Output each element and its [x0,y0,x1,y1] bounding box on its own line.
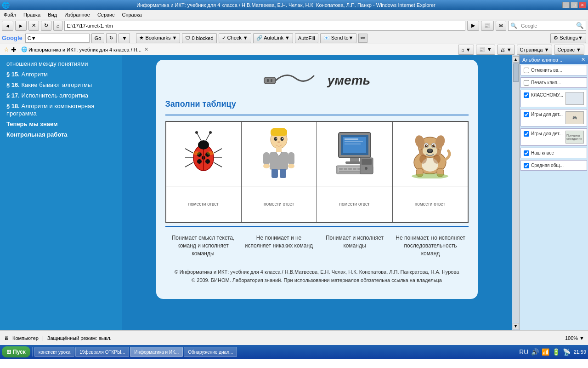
add-favorites-icon[interactable]: ☆ [4,46,9,53]
menu-view[interactable]: Вид [46,12,59,17]
battery-icon[interactable]: 🔋 [552,348,560,356]
header-word: уметь [328,73,370,88]
google-options-button[interactable]: ▼ [119,33,130,43]
mail-button[interactable]: ✉ [496,21,506,31]
svg-point-30 [277,141,280,143]
table-answer-cell-4[interactable]: помести ответ [392,186,468,223]
clip-item-class2[interactable]: Наш класс [520,148,587,158]
sidebar-item-18[interactable]: § 18. Алгоритм и компьютерная программа [4,101,118,120]
minimize-button[interactable]: _ [562,2,570,8]
check-button[interactable]: ✓ Check ▼ [219,33,251,43]
clip-checkbox-games1[interactable] [524,112,529,117]
clip-panel-title: Альбом клипов ... [522,57,564,63]
back-button[interactable]: ◄ [2,21,13,31]
sidebar-label-17: Исполнитель алгоритма [22,92,89,99]
sidebar-item-16[interactable]: § 16. Какие бывают алгоритмы [4,80,118,91]
menu-tools[interactable]: Сервис [96,12,117,17]
address-bar[interactable] [64,21,465,31]
bluetooth-icon[interactable]: 📡 [563,348,571,356]
taskbar-btn-3[interactable]: Обнаружение диал... [184,347,237,357]
rss-btn[interactable]: 📰 ▼ [476,45,495,55]
sidebar-item-15[interactable]: § 15. Алгоритм [4,69,118,80]
clip-checkbox-print[interactable] [524,80,529,86]
scroll-down-btn[interactable]: ▼ [513,323,519,329]
tab-close-icon[interactable]: ✕ [144,46,148,52]
clip-item-class[interactable]: КЛАССНОМУ... [520,90,587,107]
bookmarks-button[interactable]: ★ Bookmarks ▼ [136,33,180,43]
stop-button[interactable]: ✕ [28,21,39,31]
scroll-thumb[interactable] [513,63,519,82]
sidebar-item-17[interactable]: § 17. Исполнитель алгоритма [4,91,118,101]
search-input[interactable] [519,23,574,29]
maximize-button[interactable]: □ [571,2,578,8]
table-answer-cell-2[interactable]: помести ответ [241,186,317,223]
close-button[interactable]: ✕ [579,2,586,8]
clip-item-games1[interactable]: Игры для дет... 🎮 [520,109,587,126]
table-answer-cell-1[interactable]: помести ответ [166,186,242,223]
clip-panel-close[interactable]: ✕ [581,57,585,63]
svg-rect-57 [362,159,372,165]
sidebar-item-relations[interactable]: отношения между понятиями [4,59,118,69]
network-icon[interactable]: 📶 [542,348,549,356]
clip-preview-games2: Причины опоздания [565,131,584,144]
autofill-button[interactable]: AutoFill [295,33,318,43]
svg-point-13 [195,131,198,134]
menu-favorites[interactable]: Избранное [62,12,92,17]
taskbar-btn-2[interactable]: Информатика и ИК... [130,347,183,357]
tools-menu-btn[interactable]: Сервис ▼ [554,45,584,55]
lang-indicator[interactable]: RU [519,348,528,356]
svg-rect-44 [345,144,361,144]
home-icon-btn[interactable]: ⌂ ▼ [458,45,474,55]
taskbar-btn-0[interactable]: конспект урока [34,347,75,357]
menu-edit[interactable]: Правка [22,12,42,17]
refresh-button[interactable]: ↻ [41,21,51,31]
start-button[interactable]: ⊞ Пуск [2,346,30,357]
tab-current[interactable]: 🌐 Информатика и ИКТ: учебник для 4 класс… [18,46,151,53]
go-button[interactable]: ▶ [467,21,479,31]
clip-item-cancel[interactable]: Отменить вв... [520,65,587,75]
menu-help[interactable]: Справка [120,12,144,17]
taskbar-btn-1[interactable]: 19февраля ОТКРЫ... [75,347,129,357]
scrollbar[interactable]: ▲ ▼ [512,55,519,330]
clip-item-games2[interactable]: Игры для дет... Причины опоздания [520,128,587,146]
status-bar-left: 🖥 Компьютер | Защищённый режим: выкл. [4,335,112,341]
menu-file[interactable]: Файл [2,12,18,17]
sidebar-item-know[interactable]: Теперь мы знаем [4,119,118,130]
desc-cell-1: Понимает смысл текста, команд и исполняе… [165,232,241,259]
blocked-button[interactable]: 🛡 0 blocked [182,33,216,43]
autolink-button[interactable]: 🔗 AutoLink ▼ [253,33,293,43]
place-text-4: помести ответ [395,201,466,207]
settings-button[interactable]: ⚙ Settings▼ [550,33,586,43]
scroll-up-btn[interactable]: ▲ [513,56,519,63]
boy-image [260,128,297,178]
send-to-button[interactable]: 📧 Send to▼ [320,33,357,43]
send-to-icon[interactable]: ✏ [358,34,368,43]
clip-checkbox-school[interactable] [524,163,529,168]
feeds-button[interactable]: 📰 [481,21,494,31]
window-controls[interactable]: _ □ ✕ [562,2,586,8]
clip-checkbox-class[interactable] [524,92,529,98]
content-box: уметь Заполни таблицу [156,60,478,299]
clip-item-print[interactable]: Печать клип... [520,77,587,88]
table-answer-cell-3[interactable]: помести ответ [317,186,393,223]
zoom-button[interactable]: 100% ▼ [565,335,584,341]
clip-checkbox-cancel[interactable] [524,68,529,73]
clip-checkbox-class2[interactable] [524,150,529,156]
search-button[interactable]: 🔍 [574,22,586,29]
clip-label-class2: Наш класс [531,150,584,156]
page-menu-btn[interactable]: Страница ▼ [517,45,553,55]
add-favorites-icon2[interactable]: ✚ [11,46,17,53]
home-button[interactable]: ⌂ [53,21,63,31]
google-search-input[interactable] [25,34,90,43]
sidebar-item-control[interactable]: Контрольная работа [4,130,118,140]
print-btn[interactable]: 🖨 ▼ [497,45,515,55]
clip-checkbox-games2[interactable] [524,131,529,137]
clip-item-school[interactable]: Средняя общ... [520,160,587,171]
google-go-button[interactable]: Go [91,33,105,43]
forward-button[interactable]: ► [15,21,27,31]
svg-line-18 [214,149,222,153]
volume-icon[interactable]: 🔊 [531,348,539,356]
svg-rect-51 [348,168,352,170]
table-cell-dog-img [392,121,468,186]
google-refresh-button[interactable]: ↻ [106,33,117,43]
